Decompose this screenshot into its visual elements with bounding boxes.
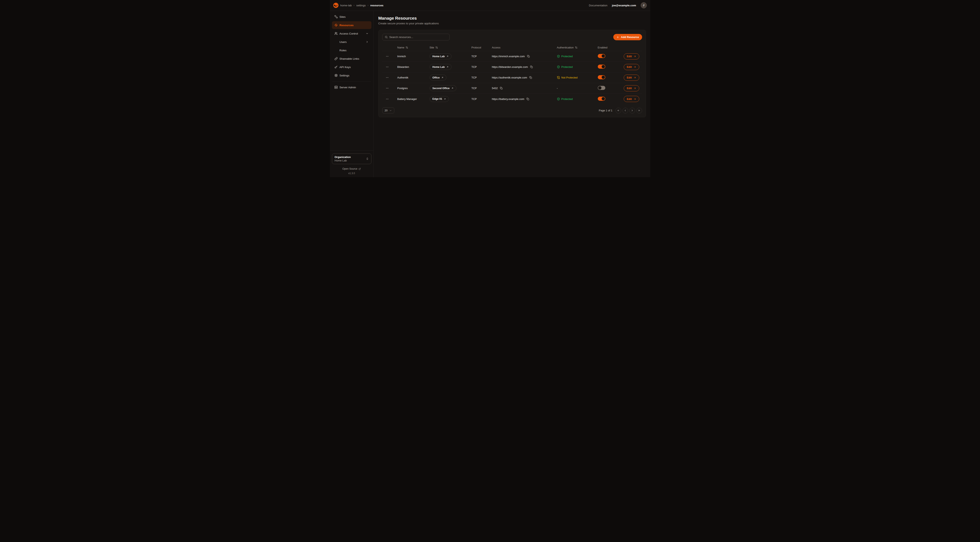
arrow-up-right-icon xyxy=(446,55,449,57)
breadcrumb: home-lab › settings › resources xyxy=(340,4,383,7)
key-icon xyxy=(334,65,338,69)
shield-check-icon xyxy=(557,55,560,58)
table-row: Authentik Office TCP https://authentik.e… xyxy=(382,72,642,83)
edit-button[interactable]: Edit xyxy=(624,53,639,59)
enabled-toggle[interactable] xyxy=(598,65,605,69)
waypoints-icon xyxy=(334,24,338,27)
previous-page-button[interactable] xyxy=(622,108,628,113)
search-input[interactable] xyxy=(390,35,447,38)
copy-icon xyxy=(527,55,530,57)
site-link-button[interactable]: Office xyxy=(430,75,446,81)
toggle-knob xyxy=(598,86,601,89)
row-menu-button[interactable] xyxy=(385,65,390,69)
chevrons-up-down-icon xyxy=(366,157,369,160)
add-resource-label: Add Resource xyxy=(621,35,639,38)
breadcrumb-org[interactable]: home-lab xyxy=(340,4,352,7)
add-resource-button[interactable]: Add Resource xyxy=(613,34,642,40)
table-footer: 20 Page 1 of 1 xyxy=(382,107,642,113)
chevron-left-icon xyxy=(624,109,627,112)
enabled-toggle[interactable] xyxy=(598,54,605,58)
site-link-button[interactable]: Home Lab xyxy=(430,64,452,70)
resource-name: Immich xyxy=(393,55,425,58)
copy-button[interactable] xyxy=(529,76,532,79)
site-link-button[interactable]: Edge 01 xyxy=(430,96,449,102)
sidebar-item-shareable-links[interactable]: Shareable Links xyxy=(332,55,371,62)
table-row: Bitwarden Home Lab TCP https://bitwarden… xyxy=(382,62,642,72)
arrow-right-icon xyxy=(633,98,636,100)
edit-button[interactable]: Edit xyxy=(624,96,639,102)
sort-icon xyxy=(575,46,578,49)
row-menu-button[interactable] xyxy=(385,75,390,80)
ellipsis-icon xyxy=(386,65,389,69)
column-name[interactable]: Name xyxy=(393,46,425,49)
sidebar-item-api-keys[interactable]: API Keys xyxy=(332,63,371,71)
table-body: Immich Home Lab TCP https://immich.examp… xyxy=(382,51,642,104)
sidebar-item-users[interactable]: Users xyxy=(332,38,371,46)
protocol-value: TCP xyxy=(467,97,487,100)
table-row: Postgres Second Office TCP 5432 - Edit xyxy=(382,83,642,94)
copy-button[interactable] xyxy=(527,54,530,58)
chevron-down-icon xyxy=(366,32,369,35)
first-page-button[interactable] xyxy=(616,108,621,113)
organization-selector[interactable]: Organization Home Lab xyxy=(332,153,371,164)
edit-button[interactable]: Edit xyxy=(624,85,639,91)
breadcrumb-resources: resources xyxy=(370,4,383,7)
breadcrumb-separator: › xyxy=(368,4,368,7)
site-name: Office xyxy=(433,76,440,79)
pagination: Page 1 of 1 xyxy=(599,108,642,113)
plus-icon xyxy=(616,36,619,38)
enabled-toggle[interactable] xyxy=(598,75,605,79)
pangolin-logo[interactable] xyxy=(331,2,340,9)
resource-name: Bitwarden xyxy=(393,65,425,69)
search-box xyxy=(382,34,450,40)
arrow-right-icon xyxy=(633,55,636,57)
sidebar-item-label: Sites xyxy=(339,15,346,18)
auth-status: - xyxy=(552,87,593,90)
sidebar-item-roles[interactable]: Roles xyxy=(332,46,371,54)
edit-label: Edit xyxy=(627,87,632,90)
table-row: Battery Manager Edge 01 TCP https://batt… xyxy=(382,94,642,104)
documentation-link[interactable]: Documentation xyxy=(589,4,608,7)
access-url: https://immich.example.com xyxy=(492,55,525,58)
row-menu-button[interactable] xyxy=(385,97,390,101)
auth-label: Not Protected xyxy=(562,76,578,79)
sidebar-item-server-admin[interactable]: Server Admin xyxy=(332,83,371,91)
edit-button[interactable]: Edit xyxy=(624,64,639,70)
protocol-value: TCP xyxy=(467,55,487,58)
chevrons-right-icon xyxy=(638,109,641,112)
copy-button[interactable] xyxy=(530,65,533,69)
user-email[interactable]: joe@example.com xyxy=(612,4,636,7)
last-page-button[interactable] xyxy=(636,108,642,113)
sidebar-item-resources[interactable]: Resources xyxy=(332,21,371,29)
site-name: Home Lab xyxy=(433,65,445,69)
copy-icon xyxy=(527,98,529,100)
row-menu-button[interactable] xyxy=(385,86,390,91)
organization-value: Home Lab xyxy=(335,159,366,162)
sidebar-item-sites[interactable]: Sites xyxy=(332,13,371,21)
enabled-toggle[interactable] xyxy=(598,97,605,101)
column-site[interactable]: Site xyxy=(425,46,467,49)
sidebar-item-label: Access Control xyxy=(339,32,358,35)
sidebar-item-settings[interactable]: Settings xyxy=(332,72,371,79)
next-page-button[interactable] xyxy=(630,108,635,113)
site-link-button[interactable]: Home Lab xyxy=(430,53,452,59)
access-url: https://bitwarden.example.com xyxy=(492,65,528,69)
avatar[interactable]: J xyxy=(641,2,647,8)
pangolin-logo-icon xyxy=(332,2,339,9)
row-menu-button[interactable] xyxy=(385,54,390,59)
top-bar: home-lab › settings › resources Document… xyxy=(330,0,650,11)
auth-status: Protected xyxy=(552,97,593,100)
copy-button[interactable] xyxy=(500,86,503,90)
page-size-value: 20 xyxy=(385,109,388,112)
open-source-link[interactable]: Open Source xyxy=(332,167,371,170)
column-authentication[interactable]: Authentication xyxy=(552,46,593,49)
page-size-select[interactable]: 20 xyxy=(382,107,394,113)
enabled-toggle[interactable] xyxy=(598,86,605,90)
site-link-button[interactable]: Second Office xyxy=(430,85,457,91)
ellipsis-icon xyxy=(386,55,389,58)
breadcrumb-settings[interactable]: settings xyxy=(356,4,366,7)
sidebar-item-access-control[interactable]: Access Control xyxy=(332,30,371,37)
copy-button[interactable] xyxy=(526,97,530,101)
edit-button[interactable]: Edit xyxy=(624,75,639,81)
shield-off-icon xyxy=(557,76,560,79)
